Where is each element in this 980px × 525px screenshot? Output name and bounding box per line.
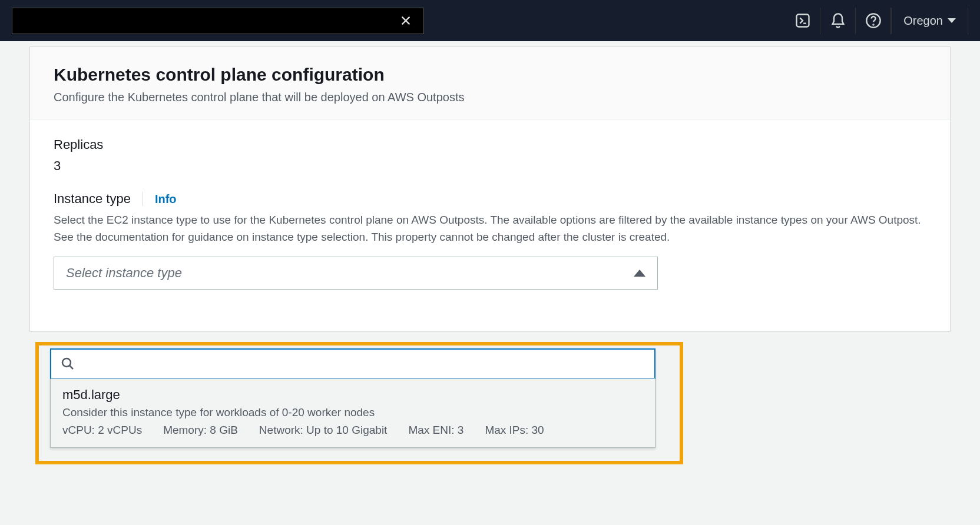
page-title: Kubernetes control plane configuration [54,65,926,85]
instance-type-description: Select the EC2 instance type to use for … [54,211,926,246]
svg-line-7 [69,365,73,369]
option-specs: vCPU: 2 vCPUs Memory: 8 GiB Network: Up … [62,424,643,437]
region-label: Oregon [903,14,943,28]
instance-type-dropdown: m5d.large Consider this instance type fo… [50,348,655,448]
svg-point-5 [873,24,873,25]
spec-max-eni: Max ENI: 3 [408,424,463,437]
cloudshell-icon[interactable] [785,8,820,34]
option-hint: Consider this instance type for workload… [62,406,643,419]
option-name: m5d.large [62,387,643,403]
svg-point-6 [62,358,71,367]
config-panel: Kubernetes control plane configuration C… [29,46,951,331]
instance-option-m5d-large[interactable]: m5d.large Consider this instance type fo… [51,378,655,447]
replicas-label: Replicas [54,137,926,152]
bell-icon[interactable] [820,8,856,34]
replicas-field: Replicas 3 [54,137,926,174]
spec-memory: Memory: 8 GiB [163,424,238,437]
nav-right: Oregon [785,8,968,34]
chevron-up-icon [634,270,645,277]
instance-type-select[interactable]: Select instance type [54,257,658,290]
info-link[interactable]: Info [155,192,177,206]
search-icon [61,357,75,371]
divider [143,192,143,206]
content: Kubernetes control plane configuration C… [0,41,980,331]
dropdown-search[interactable] [50,348,655,379]
page-subtitle: Configure the Kubernetes control plane t… [54,91,926,104]
spec-network: Network: Up to 10 Gigabit [259,424,388,437]
global-search[interactable] [12,8,424,34]
replicas-value: 3 [54,158,926,174]
help-icon[interactable] [856,8,891,34]
dropdown-search-input[interactable] [82,357,645,371]
spec-vcpu: vCPU: 2 vCPUs [62,424,142,437]
spec-max-ips: Max IPs: 30 [485,424,544,437]
instance-type-label: Instance type [54,191,131,207]
chevron-down-icon [948,18,956,23]
top-nav: Oregon [0,0,980,41]
select-placeholder: Select instance type [66,265,182,281]
region-selector[interactable]: Oregon [891,8,968,34]
close-icon[interactable] [397,12,415,29]
panel-body: Replicas 3 Instance type Info Select the… [30,119,950,331]
instance-type-field: Instance type Info Select the EC2 instan… [54,191,926,290]
panel-header: Kubernetes control plane configuration C… [30,47,950,119]
